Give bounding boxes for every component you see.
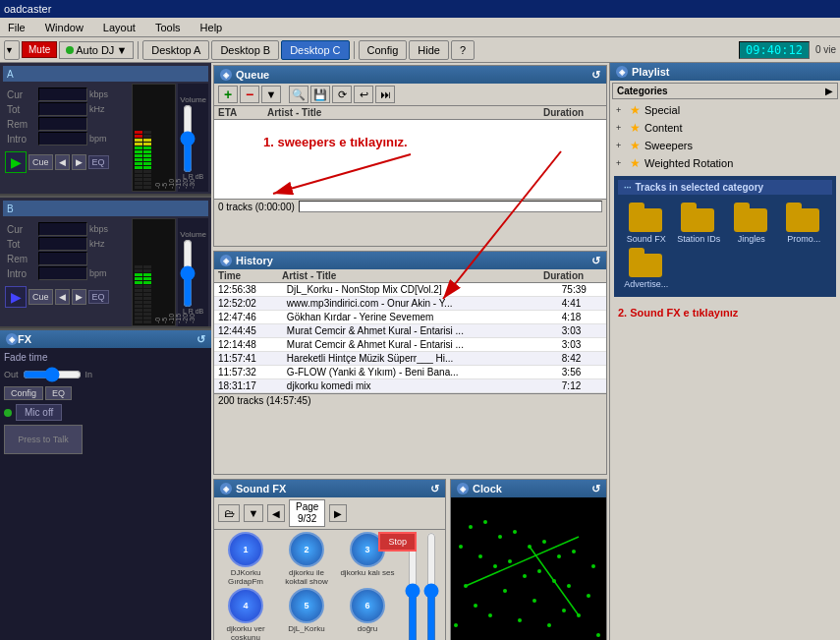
history-row[interactable]: 11:57:41 Hareketli Hintçe Müzik Süperr__… (214, 352, 606, 366)
queue-search-button[interactable]: 🔍 (289, 86, 308, 103)
track-label-sfx: Sound FX (627, 234, 666, 244)
queue-undo-button[interactable]: ↩ (354, 86, 373, 103)
title-bar: oadcaster (0, 0, 840, 18)
menu-tools[interactable]: Tools (151, 20, 185, 35)
queue-toolbar: + − ▼ 🔍 💾 ⟳ ↩ ⏭ (214, 84, 606, 106)
cue-btn-1[interactable]: Cue (28, 154, 53, 170)
queue-more-button[interactable]: ▼ (261, 86, 281, 103)
next-btn-2[interactable]: ▶ (72, 289, 86, 305)
play-pause-btn-1[interactable]: ▶ (5, 151, 27, 173)
minimize-button[interactable]: ▼ (4, 40, 20, 60)
desktop-b-button[interactable]: Desktop B (211, 40, 279, 60)
history-row[interactable]: 12:56:38 DjL_Korku - NonStop Mix CD[Vol.… (214, 283, 606, 297)
category-content[interactable]: + ★ Content (612, 119, 838, 137)
deck2-tot-input[interactable] (38, 237, 87, 251)
eq-btn-1[interactable]: EQ (88, 155, 109, 169)
desktop-a-button[interactable]: Desktop A (142, 40, 209, 60)
deck2-cur-input[interactable] (38, 222, 87, 236)
history-scroll[interactable]: 12:56:38 DjL_Korku - NonStop Mix CD[Vol.… (214, 283, 606, 393)
deck2-tot-row: Tot kHz (7, 237, 126, 251)
queue-add-button[interactable]: + (218, 86, 238, 103)
queue-remove-button[interactable]: − (240, 86, 259, 103)
fx-eq-button[interactable]: EQ (45, 386, 72, 400)
menu-file[interactable]: File (4, 20, 29, 35)
cur-input[interactable] (38, 87, 87, 101)
auto-dj-button[interactable]: Auto DJ ▼ (59, 41, 134, 59)
mic-off-button[interactable]: Mic off (16, 404, 62, 421)
deck2-intro-input[interactable] (38, 266, 87, 280)
right-panel: ◈ Playlist Categories ▶ + ★ Special + ★ (609, 63, 840, 640)
folder-tab-advertise (629, 248, 644, 255)
sfx-button-6[interactable]: 6 (350, 588, 385, 623)
history-row[interactable]: 12:44:45 Murat Cemcir & Ahmet Kural - En… (214, 324, 606, 338)
folder-body-advertise (629, 254, 662, 277)
prev-btn-2[interactable]: ◀ (55, 289, 70, 305)
app-title: oadcaster (4, 3, 51, 15)
deck2-rem-input[interactable] (38, 252, 87, 265)
desktop-c-button[interactable]: Desktop C (281, 40, 349, 60)
fade-out-slider[interactable] (23, 367, 82, 382)
history-time: 12:52:02 (214, 297, 283, 311)
fx-collapse[interactable]: ↺ (196, 333, 205, 346)
menu-layout[interactable]: Layout (99, 20, 140, 35)
tot-label: Tot (7, 104, 36, 115)
next-btn-1[interactable]: ▶ (72, 154, 86, 170)
hide-button[interactable]: Hide (409, 40, 449, 60)
sfx-button-1[interactable]: 1 (228, 532, 263, 567)
fx-config-button[interactable]: Config (4, 386, 43, 400)
deck-2-title: B (7, 204, 14, 214)
sfx-add-button[interactable]: 🗁 (218, 504, 240, 522)
history-row[interactable]: 12:52:02 www.mp3indirici.com - Onur Akin… (214, 297, 606, 311)
clock-panel: ◈ Clock ↺ (450, 479, 607, 640)
svg-point-22 (562, 609, 566, 612)
track-station-ids[interactable]: Station IDs (675, 203, 724, 244)
queue-table-header: ETA Artist - Title Duration (214, 106, 606, 120)
deck-2-header: B (3, 201, 208, 216)
rem-input[interactable] (38, 117, 87, 131)
queue-skip-button[interactable]: ⏭ (375, 86, 395, 103)
menu-help[interactable]: Help (196, 20, 227, 35)
queue-collapse[interactable]: ↺ (591, 69, 600, 82)
history-row[interactable]: 12:47:46 Gökhan Kırdar - Yerine Sevemem … (214, 311, 606, 324)
press-to-talk-button[interactable]: Press to Talk (4, 425, 83, 454)
history-collapse[interactable]: ↺ (591, 255, 600, 267)
intro-input[interactable] (38, 132, 87, 145)
track-jingles[interactable]: Jingles (727, 203, 776, 244)
history-row[interactable]: 12:14:48 Murat Cemcir & Ahmet Kural - En… (214, 338, 606, 352)
category-weighted-rotation[interactable]: + ★ Weighted Rotation (612, 154, 838, 172)
category-sweepers[interactable]: + ★ Sweepers (612, 137, 838, 154)
sfx-button-4[interactable]: 4 (228, 588, 263, 623)
track-sound-fx[interactable]: Sound FX (622, 203, 671, 244)
sfx-collapse[interactable]: ↺ (430, 483, 439, 495)
tot-input[interactable] (38, 102, 87, 116)
history-time: 12:47:46 (214, 311, 283, 324)
clock-header: ◈ Clock ↺ (451, 480, 606, 497)
track-advertise[interactable]: Advertise... (622, 248, 671, 289)
clock-collapse[interactable]: ↺ (591, 483, 600, 495)
sfx-button-5[interactable]: 5 (289, 588, 324, 623)
help-button[interactable]: ? (451, 40, 475, 60)
history-time: 12:14:48 (214, 338, 283, 352)
play-pause-btn-2[interactable]: ▶ (5, 286, 27, 308)
config-button[interactable]: Config (359, 40, 408, 60)
sfx-button-2[interactable]: 2 (289, 532, 324, 567)
track-promo[interactable]: Promo... (780, 203, 829, 244)
sfx-prev-button[interactable]: ◀ (267, 504, 285, 522)
sfx-next-button[interactable]: ▶ (329, 504, 347, 522)
history-row[interactable]: 11:57:32 G-FLOW (Yanki & Yıkım) - Beni B… (214, 366, 606, 379)
history-row[interactable]: 18:31:17 djkorku komedi mix 7:12 (214, 379, 606, 393)
eq-btn-2[interactable]: EQ (88, 290, 109, 304)
track-label-advertise: Advertise... (624, 279, 668, 289)
stop-button[interactable]: Stop (378, 532, 417, 552)
cue-btn-2[interactable]: Cue (28, 289, 53, 305)
sfx-vol-slider-2[interactable] (423, 532, 439, 640)
category-special[interactable]: + ★ Special (612, 101, 838, 119)
prev-btn-1[interactable]: ◀ (55, 154, 70, 170)
mute-button[interactable]: Mute (22, 41, 57, 58)
menu-window[interactable]: Window (41, 20, 87, 35)
queue-save-button[interactable]: 💾 (310, 86, 330, 103)
deck-1-title: A (7, 69, 14, 80)
sfx-arrow-dropdown[interactable]: ▼ (244, 504, 263, 522)
queue-refresh-button[interactable]: ⟳ (332, 86, 352, 103)
categories-expand[interactable]: ▶ (825, 86, 833, 96)
